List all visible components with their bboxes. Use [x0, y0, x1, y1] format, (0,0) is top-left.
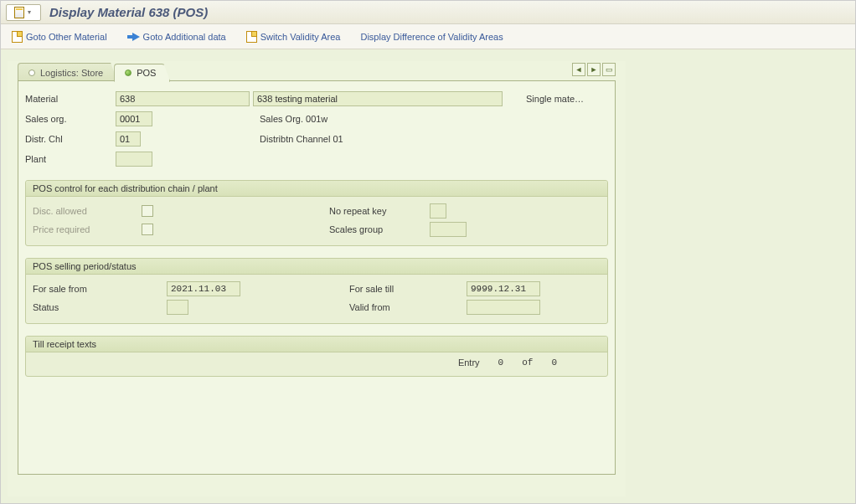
plant-field[interactable] [116, 152, 152, 167]
document-icon [14, 7, 24, 18]
group-header: Till receipt texts [26, 337, 607, 352]
valid-from-label: Valid from [349, 302, 467, 312]
price-required-checkbox[interactable] [142, 224, 153, 235]
price-required-label: Price required [33, 224, 142, 234]
application-toolbar: Goto Other Material Goto Additional data… [1, 24, 855, 49]
distr-chl-desc: Distribtn Channel 01 [141, 134, 343, 144]
disc-allowed-checkbox[interactable] [142, 205, 153, 217]
tab-scroll-left-button[interactable]: ◄ [572, 63, 585, 76]
document-icon [12, 31, 23, 43]
material-description-field[interactable] [253, 91, 503, 106]
entry-counter: Entry 0 of 0 [26, 352, 607, 376]
status-label: Status [33, 302, 167, 312]
tab-list-button[interactable]: ▭ [602, 63, 616, 76]
document-icon [246, 31, 257, 43]
button-label: Goto Other Material [26, 32, 107, 42]
valid-from-field[interactable] [467, 300, 540, 315]
switch-validity-area-button[interactable]: Switch Validity Area [244, 29, 343, 44]
status-field[interactable] [167, 300, 188, 315]
for-sale-from-label: For sale from [33, 284, 167, 294]
for-sale-from-field[interactable] [167, 281, 240, 296]
tab-scroll-right-button[interactable]: ► [587, 63, 601, 76]
disc-allowed-label: Disc. allowed [33, 206, 142, 216]
no-repeat-key-label: No repeat key [329, 206, 430, 216]
entry-current: 0 [498, 357, 504, 368]
tab-indicator-icon [28, 69, 35, 76]
button-label: Goto Additional data [143, 32, 226, 42]
entry-of: of [522, 357, 533, 368]
distr-chl-label: Distr. Chl [25, 134, 116, 144]
page-title: Display Material 638 (POS) [49, 5, 208, 19]
title-menu-button[interactable]: ▾ [6, 4, 41, 21]
entry-total: 0 [551, 357, 557, 368]
group-header: POS control for each distribution chain … [26, 181, 607, 197]
goto-additional-data-button[interactable]: Goto Additional data [125, 30, 229, 44]
sap-window: ▾ Display Material 638 (POS) Goto Other … [0, 0, 856, 504]
group-till-receipt: Till receipt texts Entry 0 of 0 [25, 336, 608, 377]
tab-body-pos: Material Single mate… Sales org. Sales O… [18, 81, 616, 475]
entry-label: Entry [458, 357, 480, 368]
tab-nav: ◄ ► ▭ [572, 63, 616, 76]
for-sale-till-field[interactable] [467, 281, 540, 296]
tab-pos[interactable]: POS [114, 64, 170, 82]
sales-org-field[interactable] [116, 111, 152, 126]
content-area: Logistics: Store POS ◄ ► ▭ Material [1, 49, 855, 503]
tab-label: Logistics: Store [40, 68, 103, 78]
display-difference-button[interactable]: Display Difference of Validity Areas [358, 30, 505, 44]
scales-group-label: Scales group [329, 224, 430, 234]
group-pos-control: POS control for each distribution chain … [25, 180, 608, 246]
sales-org-desc: Sales Org. 001w [152, 114, 327, 124]
button-label: Switch Validity Area [260, 32, 341, 42]
button-label: Display Difference of Validity Areas [360, 32, 503, 42]
no-repeat-key-field[interactable] [430, 203, 446, 219]
tab-logistics-store[interactable]: Logistics: Store [18, 63, 117, 81]
goto-other-material-button[interactable]: Goto Other Material [9, 29, 110, 44]
arrow-right-icon [132, 33, 140, 41]
group-selling-period: POS selling period/status For sale from … [25, 258, 608, 324]
for-sale-till-label: For sale till [349, 284, 467, 294]
inner-panel: Logistics: Store POS ◄ ► ▭ Material [8, 61, 626, 496]
material-label: Material [25, 94, 116, 104]
distr-chl-field[interactable] [116, 131, 141, 147]
group-header: POS selling period/status [26, 259, 607, 275]
tab-strip: Logistics: Store POS ◄ ► ▭ [18, 61, 626, 81]
material-type-text: Single mate… [503, 94, 584, 104]
scales-group-field[interactable] [430, 222, 467, 237]
title-bar: ▾ Display Material 638 (POS) [1, 1, 855, 24]
plant-label: Plant [25, 154, 116, 164]
material-field[interactable] [116, 91, 250, 106]
dropdown-icon: ▾ [26, 9, 33, 16]
tab-indicator-active-icon [125, 69, 131, 76]
sales-org-label: Sales org. [25, 114, 116, 124]
tab-label: POS [137, 68, 156, 78]
